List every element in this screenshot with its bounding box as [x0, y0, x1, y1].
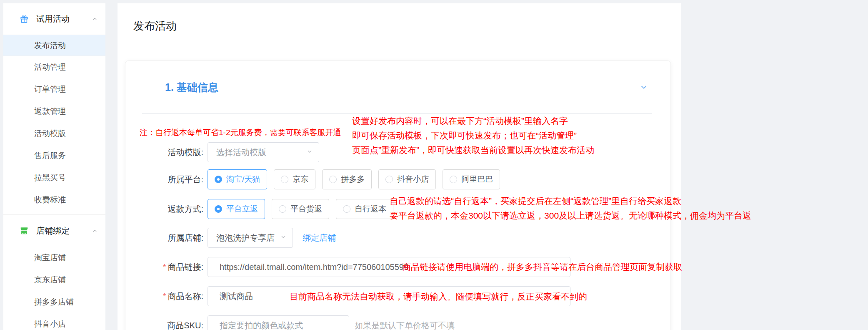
- chevron-down-icon: [306, 148, 313, 156]
- refund-option-platform-instant[interactable]: 平台立返: [208, 199, 265, 219]
- radio-icon: [343, 205, 350, 213]
- required-asterisk: *: [163, 262, 166, 272]
- sidebar-item-order-management[interactable]: 订单管理: [3, 78, 105, 100]
- sidebar-item-publish-activity[interactable]: 发布活动: [3, 35, 105, 56]
- radio-icon: [385, 176, 393, 183]
- sidebar-item-after-sales[interactable]: 售后服务: [3, 144, 105, 166]
- form-row-platform: 所属平台: 淘宝/天猫 京东 拼多多: [125, 169, 670, 189]
- radio-icon: [281, 176, 288, 183]
- page: 试用活动 发布活动 活动管理 订单管理 返款管理 活动模版 售后服务 拉黑买号 …: [0, 0, 868, 330]
- annotation-product-name-tip: 目前商品名称无法自动获取，请手动输入。随便填写就行，反正买家看不到的: [290, 291, 587, 302]
- annotation-publish-tip: 设置好发布内容时，可以在最下方“活动模板”里输入名字 即可保存活动模板，下次即可…: [352, 113, 594, 157]
- field-label: 所属平台:: [125, 169, 203, 189]
- platform-option-taobao-tmall[interactable]: 淘宝/天猫: [208, 169, 267, 189]
- select-value: 泡泡洗护专享店: [216, 232, 275, 244]
- chevron-down-icon[interactable]: [639, 83, 648, 92]
- annotation-line: 即可保存活动模板，下次即可快速发布；也可在“活动管理”: [352, 128, 594, 143]
- chevron-down-icon: [280, 234, 287, 242]
- sidebar-item-refund-management[interactable]: 返款管理: [3, 100, 105, 122]
- annotation-self-refund-note: 注：自行返本每单可省1-2元服务费，需要可联系客服开通: [140, 127, 341, 138]
- platform-option-douyin[interactable]: 抖音小店: [378, 169, 436, 189]
- form-row-product-sku: 商品SKU: 如果是默认下单价格可不填: [125, 315, 670, 330]
- page-header: 发布活动: [118, 3, 681, 49]
- sidebar-item-taobao-shop[interactable]: 淘宝店铺: [3, 247, 105, 269]
- annotation-line: 页面点”重新发布”，即可快速获取当前设置以再次快速发布活动: [352, 143, 594, 157]
- sidebar-item-fee-standard[interactable]: 收费标准: [3, 189, 105, 211]
- platform-option-jd[interactable]: 京东: [274, 169, 315, 189]
- radio-icon: [215, 176, 222, 183]
- sidebar-item-activity-template[interactable]: 活动模版: [3, 122, 105, 144]
- refund-option-platform-goods[interactable]: 平台货返: [272, 199, 329, 219]
- chevron-up-icon: [92, 16, 98, 22]
- sidebar-group-label: 店铺绑定: [36, 225, 92, 237]
- sidebar-item-jd-shop[interactable]: 京东店铺: [3, 269, 105, 291]
- annotation-refund-tip: 自己返款的请选“自行返本”，买家提交后在左侧“返款管理”里自行给买家返款 要平台…: [390, 194, 751, 223]
- section-title: 1. 基础信息: [165, 81, 218, 94]
- annotation-line: 自己返款的请选“自行返本”，买家提交后在左侧“返款管理”里自行给买家返款: [390, 194, 751, 208]
- required-asterisk: *: [163, 292, 166, 301]
- form-row-shop: 所属店铺: 泡泡洗护专享店 绑定店铺: [125, 228, 670, 248]
- sidebar-group-shop-binding[interactable]: 店铺绑定: [3, 215, 105, 247]
- radio-icon: [215, 205, 222, 213]
- sidebar-group-trial-activity[interactable]: 试用活动: [3, 3, 105, 35]
- field-label: 返款方式:: [125, 199, 203, 219]
- basic-info-card-header[interactable]: 1. 基础信息: [142, 61, 652, 114]
- annotation-line: 设置好发布内容时，可以在最下方“活动模板”里输入名字: [352, 113, 594, 128]
- shop-icon: [20, 226, 29, 235]
- page-title: 发布活动: [133, 19, 177, 33]
- chevron-up-icon: [92, 228, 98, 234]
- platform-option-alibaba[interactable]: 阿里巴巴: [443, 169, 500, 189]
- annotation-line: 要平台返款的，本金300以下请选立返，300及以上请选货返。无论哪种模式，佣金均…: [390, 208, 751, 223]
- annotation-product-link-tip: 商品链接请使用电脑端的，拼多多抖音等请在后台商品管理页面复制获取: [402, 261, 682, 273]
- shop-select[interactable]: 泡泡洗护专享店: [208, 228, 293, 248]
- sidebar-item-douyin-shop[interactable]: 抖音小店: [3, 313, 105, 330]
- field-label: 活动模版:: [125, 142, 203, 162]
- radio-icon: [329, 176, 337, 183]
- sidebar-group-label: 试用活动: [36, 13, 92, 25]
- field-label: * 商品链接:: [125, 257, 203, 277]
- sidebar-item-pdd-shop[interactable]: 拼多多店铺: [3, 291, 105, 313]
- field-label: * 商品名称:: [125, 286, 203, 306]
- sku-helper-text: 如果是默认下单价格可不填: [355, 320, 455, 330]
- main-content: 发布活动 1. 基础信息 活动模版: 选择活动模版: [118, 3, 681, 330]
- sidebar: 试用活动 发布活动 活动管理 订单管理 返款管理 活动模版 售后服务 拉黑买号 …: [3, 3, 105, 330]
- field-label: 所属店铺:: [125, 228, 203, 248]
- product-sku-input[interactable]: [208, 315, 349, 330]
- sidebar-item-blacklist-buyer[interactable]: 拉黑买号: [3, 166, 105, 189]
- field-label: 商品SKU:: [125, 315, 203, 330]
- refund-option-self[interactable]: 自行返本: [336, 199, 393, 219]
- bind-shop-link[interactable]: 绑定店铺: [303, 232, 336, 244]
- gift-icon: [20, 15, 29, 24]
- sidebar-item-activity-management[interactable]: 活动管理: [3, 56, 105, 78]
- radio-icon: [450, 176, 457, 183]
- select-placeholder: 选择活动模版: [216, 147, 266, 158]
- activity-template-select[interactable]: 选择活动模版: [208, 142, 319, 162]
- platform-option-pdd[interactable]: 拼多多: [322, 169, 372, 189]
- radio-icon: [279, 205, 286, 213]
